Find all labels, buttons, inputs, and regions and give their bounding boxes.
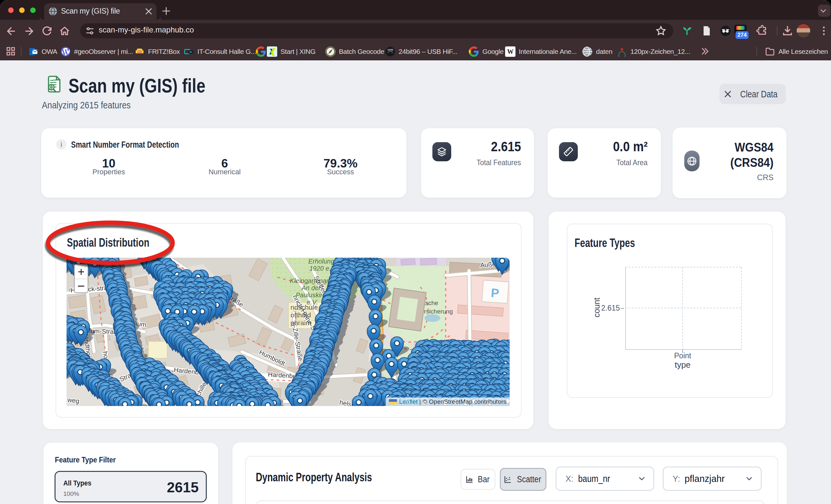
svg-text:W: W [507, 48, 514, 55]
svg-text:Erholung: Erholung [308, 258, 334, 265]
svg-text:An der: An der [301, 284, 321, 291]
svg-text:phraim: phraim [290, 319, 311, 326]
svg-text:ndschule: ndschule [290, 303, 318, 311]
svg-text:otthold: otthold [290, 311, 311, 319]
svg-text:P: P [490, 286, 499, 300]
svg-text:24/96: 24/96 [387, 48, 393, 51]
svg-text:FRITZ!: FRITZ! [137, 51, 142, 53]
